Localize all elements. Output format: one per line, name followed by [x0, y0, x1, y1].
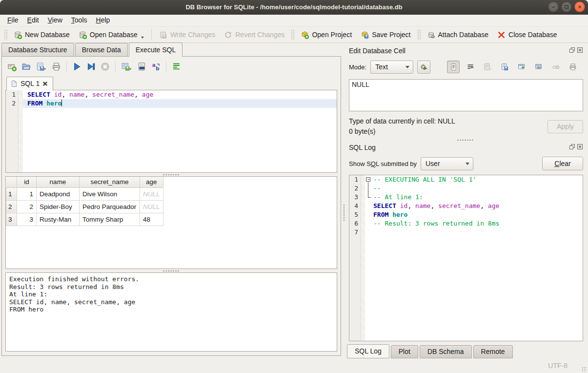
- sql-toolbar: ab: [5, 60, 337, 76]
- main-toolbar: New Database Open Database Write Changes…: [0, 26, 588, 43]
- revert-changes-button: Revert Changes: [220, 28, 289, 41]
- close-sql-tab-icon[interactable]: [42, 81, 48, 86]
- open-sql-file-button[interactable]: [21, 62, 31, 71]
- set-null-icon: [552, 63, 560, 71]
- close-dock-icon[interactable]: [577, 47, 583, 55]
- sql-log-view[interactable]: 1-- EXECUTING ALL IN 'SQL 1' 2-- 3-- At …: [349, 175, 583, 341]
- log-filter-select[interactable]: User: [421, 157, 473, 170]
- cell-log-splitter[interactable]: [347, 137, 584, 143]
- revert-changes-icon: [224, 31, 232, 39]
- toolbar-separator: [115, 61, 116, 72]
- tab-db-schema[interactable]: DB Schema: [420, 345, 472, 358]
- close-database-button[interactable]: Close Database: [493, 28, 562, 41]
- column-header-id[interactable]: id: [17, 177, 37, 187]
- save-sql-file-button[interactable]: [36, 62, 47, 71]
- execute-current-line-button[interactable]: [86, 62, 96, 71]
- print-sql-button[interactable]: [52, 62, 61, 71]
- toolbar-separator: [166, 61, 166, 72]
- external-window-icon: [518, 63, 526, 71]
- find-replace-button[interactable]: [137, 62, 146, 71]
- edit-cell-title: Edit Database Cell: [349, 47, 406, 55]
- apply-button: Apply: [547, 120, 583, 133]
- open-in-external-button[interactable]: [515, 61, 528, 73]
- menu-view[interactable]: View: [43, 15, 67, 26]
- database-attach-icon: [427, 31, 435, 39]
- text-cursor: [61, 100, 62, 106]
- open-project-button[interactable]: Open Project: [296, 28, 356, 41]
- export-results-button[interactable]: [121, 62, 132, 71]
- tab-plot[interactable]: Plot: [391, 345, 418, 358]
- table-row[interactable]: 1 1 Deadpond Dive Wilson NULL: [6, 187, 163, 200]
- results-output-splitter[interactable]: [5, 269, 337, 272]
- execute-all-button[interactable]: [72, 62, 81, 71]
- float-dock-icon[interactable]: [569, 47, 575, 55]
- print-cell-button[interactable]: [567, 61, 579, 73]
- import-file-icon: [483, 63, 492, 71]
- toolbar-drag-handle[interactable]: [417, 29, 421, 40]
- panes-splitter[interactable]: [343, 43, 345, 358]
- word-wrap-toggle[interactable]: [464, 61, 477, 73]
- column-header-age[interactable]: age: [140, 177, 163, 187]
- sql-log-controls: Show SQL submitted by User Clear: [349, 156, 583, 171]
- copy-link-button[interactable]: [532, 61, 545, 73]
- statusbar: UTF-8: [0, 358, 588, 373]
- text-document-icon: [450, 63, 457, 71]
- editor-line-1: 1SELECT id, name, secret_name, age: [6, 90, 337, 99]
- open-database-button[interactable]: Open Database: [74, 28, 148, 41]
- mode-label: Mode:: [349, 63, 366, 71]
- new-database-button[interactable]: New Database: [9, 28, 74, 41]
- sql-editor[interactable]: 1SELECT id, name, secret_name, age 2FROM…: [5, 90, 337, 173]
- results-grid[interactable]: id name secret_name age 1 1 Deadpond Div…: [5, 176, 337, 269]
- open-sql-tab-button[interactable]: [7, 62, 17, 71]
- cell-value-editor[interactable]: NULL: [349, 79, 583, 111]
- column-header-secret-name[interactable]: secret_name: [80, 177, 140, 187]
- close-button[interactable]: [574, 1, 585, 12]
- svg-text:a: a: [152, 62, 156, 68]
- column-header-name[interactable]: name: [37, 177, 80, 187]
- export-cell-data-button[interactable]: [498, 61, 511, 73]
- resize-grip[interactable]: [582, 367, 587, 372]
- menubar: File Edit View Tools Help: [0, 15, 588, 26]
- minimize-button[interactable]: [548, 1, 559, 12]
- import-cell-data-button: [481, 61, 494, 73]
- text-mode-button[interactable]: [447, 61, 460, 73]
- tab-execute-sql[interactable]: Execute SQL: [129, 42, 183, 57]
- table-row[interactable]: 2 2 Spider-Boy Pedro Parqueador NULL: [6, 200, 163, 213]
- sql-tab-bar: SQL 1: [5, 76, 337, 90]
- table-row[interactable]: 3 3 Rusty-Man Tommy Sharp 48: [6, 213, 163, 226]
- titlebar[interactable]: DB Browser for SQLite - /home/user/code/…: [0, 0, 588, 15]
- tab-browse-data[interactable]: Browse Data: [75, 43, 128, 56]
- open-database-dropdown-caret[interactable]: [141, 37, 144, 39]
- fold-marker[interactable]: [365, 175, 372, 184]
- format-sql-button[interactable]: ab: [151, 62, 161, 71]
- save-project-button[interactable]: Save Project: [356, 28, 415, 41]
- app-window: DB Browser for SQLite - /home/user/code/…: [0, 0, 588, 373]
- float-dock-icon[interactable]: [569, 144, 575, 151]
- project-save-icon: [361, 31, 369, 39]
- cell-size-info: 0 byte(s): [349, 126, 455, 137]
- log-filter-label: Show SQL submitted by: [349, 160, 417, 167]
- clear-log-button[interactable]: Clear: [542, 157, 583, 170]
- toolbar-separator: [151, 29, 152, 41]
- tab-remote[interactable]: Remote: [473, 345, 513, 358]
- maximize-icon: [564, 4, 569, 9]
- write-changes-icon: [159, 31, 167, 39]
- menu-file[interactable]: File: [3, 15, 23, 26]
- sql-1-tab[interactable]: SQL 1: [6, 77, 53, 90]
- mode-select[interactable]: Text: [370, 61, 413, 74]
- toolbar-drag-handle[interactable]: [4, 29, 7, 40]
- menu-tools[interactable]: Tools: [67, 15, 92, 26]
- cell-mode-row: Mode: Text: [349, 60, 583, 74]
- toolbar-drag-handle[interactable]: [291, 29, 294, 40]
- menu-edit[interactable]: Edit: [23, 15, 43, 26]
- stop-button: [101, 62, 110, 71]
- menu-help[interactable]: Help: [92, 15, 115, 26]
- maximize-button[interactable]: [561, 1, 572, 12]
- editor-results-splitter[interactable]: [5, 173, 337, 176]
- auto-mode-button[interactable]: [417, 61, 430, 74]
- word-wrap-button[interactable]: [172, 62, 181, 71]
- attach-database-button[interactable]: Attach Database: [423, 28, 493, 41]
- close-dock-icon[interactable]: [577, 144, 583, 151]
- tab-database-structure[interactable]: Database Structure: [1, 43, 74, 56]
- tab-sql-log[interactable]: SQL Log: [347, 344, 389, 358]
